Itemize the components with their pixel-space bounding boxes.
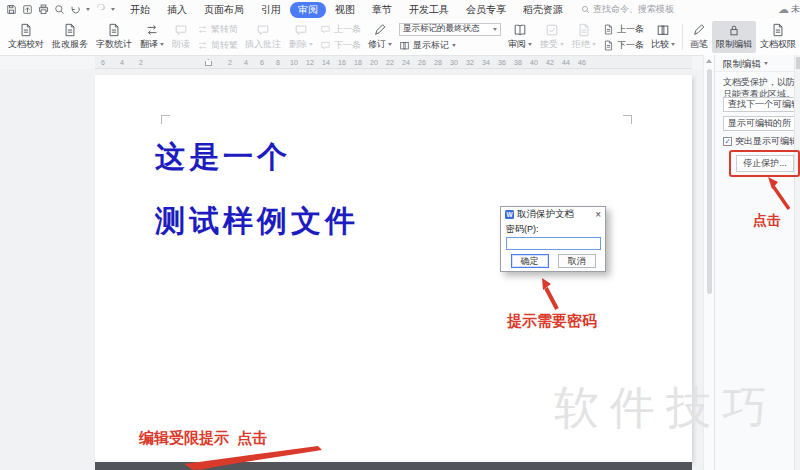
ruler-number: 6 — [256, 59, 268, 66]
scrollbar-thumb[interactable] — [707, 69, 712, 294]
export-icon[interactable] — [22, 4, 33, 15]
ruler-number: 20 — [368, 59, 380, 66]
tab-insert[interactable]: 插入 — [159, 2, 195, 18]
cloud-icon: ☁ — [778, 3, 789, 16]
tab-dev-tools[interactable]: 开发工具 — [401, 2, 457, 18]
tab-page-layout[interactable]: 页面布局 — [196, 2, 252, 18]
comment-delete-icon — [294, 23, 308, 37]
pen-icon — [692, 23, 706, 37]
password-input[interactable] — [506, 237, 601, 250]
next-comment-button: 下一条 — [320, 39, 361, 52]
document-text-line1: 这是一个 — [155, 137, 291, 178]
dropdown-icon — [764, 62, 768, 65]
ruler-number: 6 — [97, 59, 109, 66]
ruler-number: 46 — [576, 59, 588, 66]
panel-scrollbar[interactable] — [794, 55, 800, 470]
ok-button[interactable]: 确定 — [511, 254, 549, 268]
comment-add-icon — [256, 23, 270, 37]
ruler-number: 4 — [240, 59, 252, 66]
close-icon[interactable]: × — [595, 210, 601, 220]
track-changes-button[interactable]: 修订 — [364, 21, 396, 53]
trad-to-simp-button: 繁转简 — [197, 23, 238, 36]
unprotect-document-dialog: W 取消保护文档 × 密码(P): 确定 取消 — [500, 206, 606, 272]
cancel-button[interactable]: 取消 — [558, 254, 596, 268]
show-all-editable-button[interactable]: 显示可编辑的所 — [723, 116, 800, 131]
pen-button[interactable]: 画笔 — [686, 21, 712, 53]
search-placeholder: 查找命令、搜索模板 — [593, 3, 674, 16]
ruler-number: 24 — [400, 59, 412, 66]
convert-icon — [197, 24, 208, 35]
translate-icon — [145, 23, 159, 37]
ruler-number: 2 — [224, 59, 236, 66]
compare-icon — [656, 23, 670, 37]
cloud-status[interactable]: ☁ 未 — [778, 3, 800, 16]
prev-change-button[interactable]: 上一条 — [603, 23, 644, 36]
doc-edit-icon — [63, 23, 77, 37]
wps-logo-icon: W — [505, 210, 514, 219]
doc-permission-button[interactable]: 文档权限 — [756, 21, 800, 53]
convert-icon — [197, 40, 208, 51]
correction-service-button[interactable]: 批改服务 — [48, 21, 92, 53]
tab-review[interactable]: 审阅 — [290, 2, 326, 18]
scroll-up-icon[interactable] — [706, 59, 712, 63]
permission-icon — [771, 23, 785, 37]
search-icon — [581, 5, 590, 14]
next-change-button[interactable]: 下一条 — [603, 39, 644, 52]
doc-check-icon — [19, 23, 33, 37]
tab-docer[interactable]: 稻壳资源 — [515, 2, 571, 18]
tab-view[interactable]: 视图 — [327, 2, 363, 18]
proofread-button[interactable]: 文档校对 — [4, 21, 48, 53]
show-markup-button[interactable]: 显示标记 — [399, 39, 501, 52]
print-icon[interactable] — [38, 4, 49, 15]
accept-icon — [545, 23, 559, 37]
ruler-number: 44 — [560, 59, 572, 66]
annotation-click-label: 点击 — [753, 212, 781, 230]
annotation-restricted-hint: 编辑受限提示 点击 — [139, 429, 267, 448]
dropdown-icon — [671, 43, 675, 46]
save-icon[interactable] — [6, 4, 17, 15]
compare-button[interactable]: 比较 — [647, 21, 679, 53]
ruler-number: 12 — [304, 59, 316, 66]
annotation-highlight-rect — [729, 150, 800, 177]
translate-button[interactable]: 翻译 — [136, 21, 168, 53]
watermark-text: 软件技巧 — [554, 378, 778, 438]
counter-icon — [107, 23, 121, 37]
ruler-number: 10 — [288, 59, 300, 66]
tab-section[interactable]: 章节 — [364, 2, 400, 18]
dropdown-icon — [592, 43, 596, 46]
margin-crop-mark — [623, 115, 632, 124]
panel-scrollbar-thumb[interactable] — [796, 57, 800, 69]
find-next-editable-button[interactable]: 查找下一个可编辑 — [723, 97, 800, 112]
dialog-titlebar[interactable]: W 取消保护文档 × — [501, 207, 605, 222]
highlight-editable-checkbox[interactable]: ✓ 突出显示可编辑 — [723, 135, 798, 148]
annotation-password-hint: 提示需要密码 — [507, 312, 597, 331]
panel-header[interactable]: 限制编辑 — [715, 55, 800, 72]
undo-icon[interactable] — [70, 4, 81, 15]
undo-dropdown-icon[interactable] — [86, 8, 90, 11]
ruler-number: 40 — [528, 59, 540, 66]
ruler-number: 34 — [480, 59, 492, 66]
revision-icon — [373, 23, 387, 37]
cloud-label: 未 — [791, 3, 800, 16]
dialog-title: 取消保护文档 — [517, 208, 574, 221]
markup-state-select[interactable]: 显示标记的最终状态 — [399, 23, 501, 36]
ruler-number: 14 — [320, 59, 332, 66]
markup-icon — [399, 40, 410, 51]
ruler-number: 38 — [512, 59, 524, 66]
horizontal-ruler[interactable]: 6 4 2 2 4 6 8 10 12 14 16 18 20 22 24 26… — [95, 56, 692, 69]
tab-member[interactable]: 会员专享 — [458, 2, 514, 18]
accept-change-button: 接受 — [536, 21, 568, 53]
tab-home[interactable]: 开始 — [122, 2, 158, 18]
indent-marker[interactable] — [205, 59, 212, 66]
margin-crop-mark — [161, 115, 170, 124]
review-pane-button[interactable]: 审阅 — [504, 21, 536, 53]
tab-references[interactable]: 引用 — [253, 2, 289, 18]
speaker-icon — [174, 23, 188, 37]
word-count-button[interactable]: 字数统计 — [92, 21, 136, 53]
ribbon-separator — [682, 24, 683, 50]
command-search[interactable]: 查找命令、搜索模板 — [581, 3, 674, 16]
restrict-editing-button[interactable]: 限制编辑 — [712, 21, 756, 53]
customize-toolbar-icon[interactable] — [111, 8, 115, 11]
prev-change-icon — [603, 24, 614, 35]
print-preview-icon[interactable] — [54, 4, 65, 15]
